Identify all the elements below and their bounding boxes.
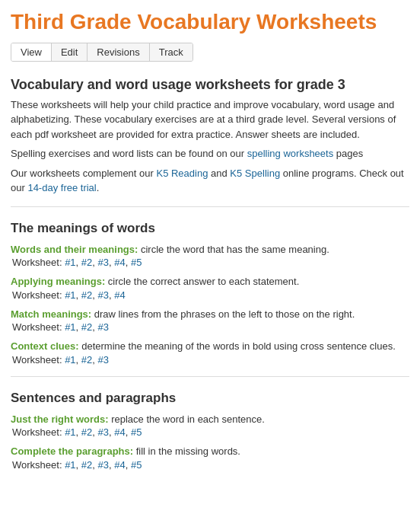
link-jrw-2[interactable]: #2 xyxy=(81,426,92,438)
jrw-label-bold: Just the right words: xyxy=(11,413,109,425)
tab-view[interactable]: View xyxy=(11,43,52,61)
intro-para-1: These worksheets will help your child pr… xyxy=(11,97,409,142)
link-cp-4[interactable]: #4 xyxy=(114,459,125,471)
k5-reading-link[interactable]: K5 Reading xyxy=(156,168,208,179)
link-mm-2[interactable]: #2 xyxy=(81,321,92,333)
tab-track[interactable]: Track xyxy=(150,43,192,61)
intro2-text: Spelling exercises and word lists can be… xyxy=(11,148,247,159)
group-match-meanings: Match meanings: draw lines from the phra… xyxy=(11,307,409,334)
group-match-links: Worksheet: #1, #2, #3 xyxy=(12,321,409,333)
group-label-bold: Words and their meanings: xyxy=(11,244,138,255)
section-heading-meanings: The meanings of words xyxy=(11,221,409,236)
group-match-label: Match meanings: draw lines from the phra… xyxy=(11,307,409,322)
context-label-bold: Context clues: xyxy=(11,340,79,352)
link-jrw-3[interactable]: #3 xyxy=(98,426,109,438)
link-wm-5[interactable]: #5 xyxy=(131,257,142,268)
intro-para-3: Our worksheets complement our K5 Reading… xyxy=(11,166,409,196)
cp-desc: fill in the missing words. xyxy=(133,445,240,457)
link-am-1[interactable]: #1 xyxy=(65,289,75,301)
group-jrw-label: Just the right words: replace the word i… xyxy=(11,412,409,427)
intro3-end: . xyxy=(97,182,100,193)
group-desc: circle the word that has the same meanin… xyxy=(138,244,329,255)
group-words-meanings-label: Words and their meanings: circle the wor… xyxy=(11,242,409,257)
group-applying-label: Applying meanings: circle the correct an… xyxy=(11,274,409,289)
intro3-and: and xyxy=(208,168,230,179)
jrw-desc: replace the word in each sentence. xyxy=(109,413,265,425)
link-cp-3[interactable]: #3 xyxy=(98,459,109,471)
intro3-text1: Our worksheets complement our xyxy=(11,168,156,179)
group-cp-links: Worksheet: #1, #2, #3, #4, #5 xyxy=(12,459,409,471)
group-applying-links: Worksheet: #1, #2, #3, #4 xyxy=(12,289,409,301)
section-heading-sentences: Sentences and paragraphs xyxy=(11,391,409,406)
group-context-clues: Context clues: determine the meaning of … xyxy=(11,339,409,366)
link-am-2[interactable]: #2 xyxy=(81,289,92,301)
link-am-4[interactable]: #4 xyxy=(114,289,125,301)
k5-spelling-link[interactable]: K5 Spelling xyxy=(230,168,280,179)
link-jrw-4[interactable]: #4 xyxy=(114,426,125,438)
main-heading: Vocabulary and word usage worksheets for… xyxy=(11,77,409,93)
match-label-bold: Match meanings: xyxy=(11,308,91,320)
page-title: Third Grade Vocabulary Worksheets xyxy=(11,9,409,35)
main-content: Vocabulary and word usage worksheets for… xyxy=(11,77,409,471)
tab-edit[interactable]: Edit xyxy=(52,43,88,61)
link-cp-5[interactable]: #5 xyxy=(131,459,142,471)
applying-label-bold: Applying meanings: xyxy=(11,276,105,287)
group-just-right-words: Just the right words: replace the word i… xyxy=(11,412,409,439)
group-context-links: Worksheet: #1, #2, #3 xyxy=(12,354,409,366)
link-mm-1[interactable]: #1 xyxy=(65,321,75,333)
applying-desc: circle the correct answer to each statem… xyxy=(105,276,299,287)
link-wm-1[interactable]: #1 xyxy=(65,257,75,268)
link-am-3[interactable]: #3 xyxy=(98,289,109,301)
tab-revisions[interactable]: Revisions xyxy=(88,43,149,61)
link-cc-1[interactable]: #1 xyxy=(65,354,75,366)
group-words-meanings-links: Worksheet: #1, #2, #3, #4, #5 xyxy=(12,257,409,268)
link-mm-3[interactable]: #3 xyxy=(98,321,109,333)
link-cp-2[interactable]: #2 xyxy=(81,459,92,471)
link-cp-1[interactable]: #1 xyxy=(65,459,75,471)
link-cc-2[interactable]: #2 xyxy=(81,354,92,366)
link-wm-3[interactable]: #3 xyxy=(98,257,109,268)
context-desc: determine the meaning of the words in bo… xyxy=(79,340,396,352)
intro2-end: pages xyxy=(333,148,363,159)
link-jrw-5[interactable]: #5 xyxy=(131,426,142,438)
group-applying-meanings: Applying meanings: circle the correct an… xyxy=(11,274,409,301)
spelling-worksheets-link[interactable]: spelling worksheets xyxy=(247,148,333,159)
tabs-bar: View Edit Revisions Track xyxy=(11,43,193,62)
divider-2 xyxy=(11,376,409,377)
match-desc: draw lines from the phrases on the left … xyxy=(91,308,355,320)
cp-label-bold: Complete the paragraphs: xyxy=(11,445,133,457)
group-words-meanings: Words and their meanings: circle the wor… xyxy=(11,242,409,269)
group-jrw-links: Worksheet: #1, #2, #3, #4, #5 xyxy=(12,426,409,438)
group-context-label: Context clues: determine the meaning of … xyxy=(11,339,409,354)
intro-para-2: Spelling exercises and word lists can be… xyxy=(11,146,409,161)
divider-1 xyxy=(11,206,409,207)
link-cc-3[interactable]: #3 xyxy=(98,354,109,366)
group-cp-label: Complete the paragraphs: fill in the mis… xyxy=(11,444,409,459)
link-wm-4[interactable]: #4 xyxy=(114,257,125,268)
free-trial-link[interactable]: 14-day free trial xyxy=(27,182,96,193)
link-wm-2[interactable]: #2 xyxy=(81,257,92,268)
group-complete-paragraphs: Complete the paragraphs: fill in the mis… xyxy=(11,444,409,471)
link-jrw-1[interactable]: #1 xyxy=(65,426,75,438)
